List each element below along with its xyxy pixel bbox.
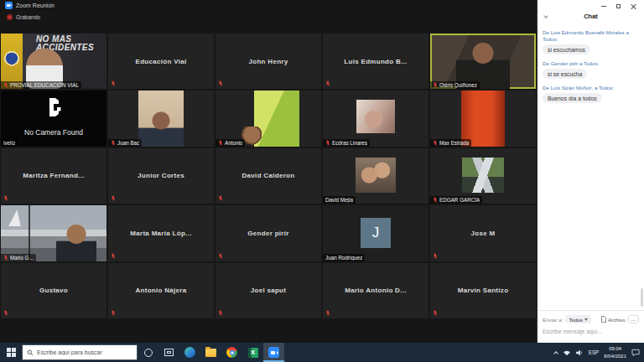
chat-message-sender: De Luis Sicán Muñoz, a Todos:	[543, 85, 639, 91]
file-icon	[601, 316, 606, 323]
participant-tile[interactable]: Gustavo	[1, 263, 106, 318]
participant-label: Juan Bac	[108, 139, 142, 147]
recipient-value: Todos	[569, 317, 583, 323]
minimize-icon[interactable]	[601, 6, 606, 7]
edge-icon	[184, 347, 195, 358]
muted-mic-icon	[218, 195, 223, 201]
participant-name: Marvin Santizo	[430, 263, 536, 318]
zoom-meeting-window: Zoom Reunión Grabando NO MAS ACCIDENTESP…	[0, 0, 644, 362]
muted-mic-icon	[433, 82, 438, 88]
chat-scrollbar[interactable]	[641, 288, 643, 307]
participant-tile[interactable]: Osiris Quiñonez	[430, 34, 536, 89]
hidden-icons-chevron-icon[interactable]	[553, 351, 558, 356]
participant-tile[interactable]: Antonio Nájera	[108, 263, 214, 318]
attach-file-button[interactable]: Archivo	[601, 316, 626, 323]
participant-tile[interactable]: David Mejia	[323, 148, 428, 204]
participant-tile[interactable]: No Camera Foundivelíz	[1, 90, 106, 146]
participant-name: Mario G...	[10, 255, 34, 261]
participant-name: Antonio Nájera	[108, 263, 214, 318]
muted-mic-icon	[111, 195, 116, 201]
muted-mic-icon	[111, 253, 116, 259]
muted-mic-icon	[433, 310, 438, 316]
chrome-icon	[226, 347, 237, 358]
more-options-button[interactable]: ...	[628, 315, 639, 323]
language-indicator[interactable]: ESP	[589, 349, 600, 355]
start-button[interactable]	[0, 343, 22, 362]
participant-tile[interactable]: Junior Cortes	[108, 148, 214, 204]
participant-name: Gender pirir	[216, 205, 321, 261]
taskbar-search[interactable]	[22, 344, 138, 360]
participant-name: EDGAR GARCÍA	[439, 197, 480, 203]
participant-tile[interactable]: Joel saput	[216, 263, 321, 318]
participant-name: David Mejia	[325, 197, 353, 203]
chat-compose: Enviar a: Todos Archivo ... Escribe mens…	[538, 310, 644, 343]
participant-tile[interactable]: Mario G...	[1, 205, 106, 261]
participant-tile[interactable]: Marvin Santizo	[430, 263, 536, 318]
participant-name: Marta Maria Lóp...	[108, 205, 214, 261]
participant-tile[interactable]: Gender pirir	[216, 205, 321, 261]
participant-tile[interactable]: JJuan Rodríguez	[323, 205, 428, 261]
excel-icon	[248, 348, 258, 358]
participant-tile[interactable]: Juan Bac	[108, 90, 214, 146]
participant-tile[interactable]: NO MAS ACCIDENTESPROVIAL EDUCACIÓN VIAL	[1, 34, 106, 89]
participant-tile[interactable]: John Henry	[216, 34, 321, 89]
folder-icon	[205, 349, 216, 357]
muted-mic-icon	[218, 80, 223, 86]
participant-name: David Calderon	[216, 148, 321, 204]
system-tray: ESP 09:04 8/04/2021	[554, 345, 644, 359]
caret-down-icon	[584, 318, 588, 321]
no-camera-text: No Camera Found	[1, 128, 106, 137]
participant-tile[interactable]: Maritza Fernand...	[1, 148, 106, 204]
meeting-stage: Zoom Reunión Grabando NO MAS ACCIDENTESP…	[0, 0, 537, 343]
maximize-icon[interactable]	[616, 4, 621, 8]
excel-button[interactable]	[242, 343, 263, 362]
window-controls	[538, 0, 644, 10]
participant-tile[interactable]: Ecdras Linares	[323, 90, 428, 146]
speaker-icon[interactable]	[576, 349, 584, 356]
chat-message-bubble: Buenos día a todos	[543, 93, 602, 103]
participant-tile[interactable]: David Calderon	[216, 148, 321, 204]
cortana-button[interactable]	[138, 343, 158, 362]
participant-tile[interactable]: Antonio	[216, 90, 321, 146]
participant-name: PROVIAL EDUCACIÓN VIAL	[10, 82, 79, 88]
participant-tile[interactable]: Jose M	[430, 205, 536, 261]
participant-tile[interactable]: Luis Edmundo B...	[323, 34, 428, 89]
recording-indicator[interactable]: Grabando	[7, 14, 40, 20]
muted-mic-icon	[218, 310, 223, 316]
taskbar-clock[interactable]: 09:04 8/04/2021	[604, 345, 626, 359]
participant-tile[interactable]: EDGAR GARCÍA	[430, 148, 536, 204]
chevron-down-icon[interactable]	[543, 13, 548, 18]
file-explorer-button[interactable]	[200, 343, 221, 362]
muted-mic-icon	[433, 140, 438, 146]
windows-taskbar: ESP 09:04 8/04/2021	[0, 343, 644, 362]
clock-date: 8/04/2021	[604, 353, 626, 359]
zoom-app-button[interactable]	[263, 343, 284, 362]
participant-tile[interactable]: Educación Vial	[108, 34, 214, 89]
muted-mic-icon	[3, 310, 8, 316]
participant-tile[interactable]: Marta Maria Lóp...	[108, 205, 214, 261]
video-grid: NO MAS ACCIDENTESPROVIAL EDUCACIÓN VIALE…	[1, 34, 536, 318]
search-input[interactable]	[37, 349, 132, 355]
task-view-button[interactable]	[158, 343, 179, 362]
participant-tile[interactable]: Mario Antonio D...	[323, 263, 428, 318]
chrome-button[interactable]	[221, 343, 242, 362]
action-center-icon[interactable]	[631, 349, 640, 356]
send-to-label: Enviar a:	[543, 317, 563, 323]
edge-button[interactable]	[179, 343, 200, 362]
muted-mic-icon	[433, 197, 438, 203]
chat-messages: De Luis Edmundo Buenafé Morales a Todos:…	[538, 23, 644, 310]
chat-message-bubble: si escuchamos	[543, 44, 590, 54]
participant-name: John Henry	[216, 34, 321, 89]
task-view-icon	[164, 349, 174, 356]
participant-tile[interactable]: Max Estrada	[430, 90, 536, 146]
muted-mic-icon	[433, 253, 438, 259]
chat-input[interactable]: Escribe mensaje aquí...	[543, 328, 639, 334]
network-icon[interactable]	[563, 349, 571, 356]
participant-name: Jose M	[430, 205, 536, 261]
participant-name: Osiris Quiñonez	[439, 82, 477, 88]
chat-message-bubble: si se escucha	[543, 69, 587, 79]
recipient-selector[interactable]: Todos	[565, 315, 591, 323]
close-icon[interactable]	[631, 3, 636, 9]
muted-mic-icon	[111, 80, 116, 86]
participant-name: Joel saput	[216, 263, 321, 318]
